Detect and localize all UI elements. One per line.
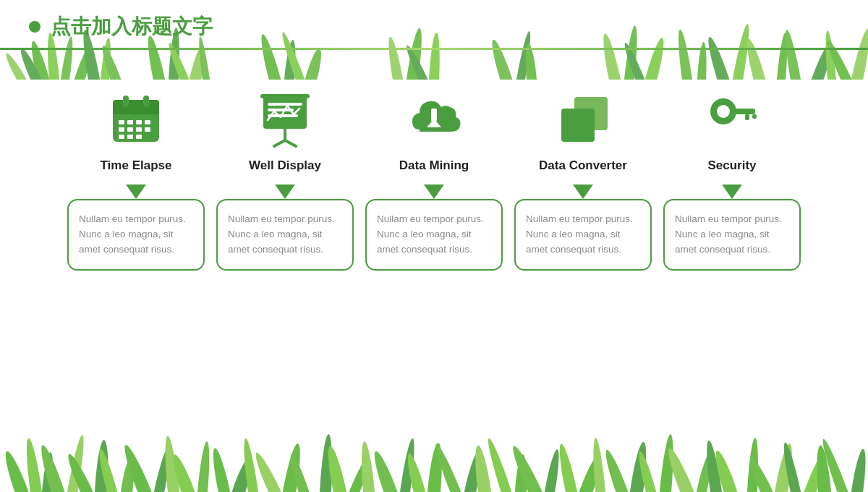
svg-rect-45 xyxy=(119,120,124,124)
column-well-display: Well Display Nullam eu tempor purus. Nun… xyxy=(216,86,354,271)
well-display-arrow xyxy=(275,184,295,199)
svg-rect-48 xyxy=(145,120,150,124)
cloud-download-icon xyxy=(401,86,467,151)
data-mining-arrow xyxy=(424,184,444,199)
well-display-label: Well Display xyxy=(249,158,321,173)
column-data-mining: Data Mining Nullam eu tempor purus. Nunc… xyxy=(365,86,503,271)
time-elapse-arrow xyxy=(126,184,146,199)
security-desc: Nullam eu tempor purus. Nunc a leo magna… xyxy=(663,199,801,271)
layers-icon xyxy=(550,86,616,151)
time-elapse-label: Time Elapse xyxy=(101,158,172,173)
svg-line-61 xyxy=(274,140,285,146)
column-time-elapse: Time Elapse Nullam eu tempor purus. Nunc… xyxy=(67,86,205,271)
svg-line-62 xyxy=(285,140,296,146)
header-dot xyxy=(29,21,41,33)
svg-point-107 xyxy=(537,449,563,492)
data-mining-desc: Nullam eu tempor purus. Nunc a leo magna… xyxy=(365,199,503,271)
column-security: Security Nullam eu tempor purus. Nunc a … xyxy=(663,86,801,271)
svg-rect-44 xyxy=(143,96,149,107)
svg-rect-72 xyxy=(752,114,757,119)
key-icon xyxy=(699,86,765,151)
grass-bottom-decoration xyxy=(0,405,868,492)
page-title[interactable]: 点击加入标题文字 xyxy=(51,13,213,41)
svg-point-86 xyxy=(193,441,212,492)
svg-rect-63 xyxy=(260,94,310,98)
data-converter-arrow xyxy=(573,184,593,199)
time-elapse-desc: Nullam eu tempor purus. Nunc a leo magna… xyxy=(67,199,205,271)
main-content: Time Elapse Nullam eu tempor purus. Nunc… xyxy=(0,50,868,278)
svg-rect-43 xyxy=(123,96,129,107)
security-label: Security xyxy=(707,158,756,173)
security-arrow xyxy=(722,184,742,199)
header: 点击加入标题文字 xyxy=(0,0,868,45)
svg-point-126 xyxy=(846,448,868,492)
svg-rect-51 xyxy=(136,127,142,132)
data-converter-label: Data Converter xyxy=(539,158,627,173)
svg-rect-50 xyxy=(127,127,133,132)
svg-rect-53 xyxy=(119,135,124,139)
svg-rect-67 xyxy=(561,109,595,142)
svg-rect-65 xyxy=(431,109,437,122)
well-display-desc: Nullam eu tempor purus. Nunc a leo magna… xyxy=(216,199,354,271)
data-converter-desc: Nullam eu tempor purus. Nunc a leo magna… xyxy=(514,199,652,271)
presentation-icon xyxy=(252,86,318,151)
svg-rect-56 xyxy=(263,96,307,129)
svg-point-69 xyxy=(717,105,730,118)
svg-rect-54 xyxy=(127,135,133,139)
svg-rect-70 xyxy=(732,109,755,114)
svg-rect-52 xyxy=(145,127,150,132)
svg-rect-46 xyxy=(127,120,133,124)
calendar-icon xyxy=(103,86,169,151)
svg-rect-42 xyxy=(113,109,159,114)
column-data-converter: Data Converter Nullam eu tempor purus. N… xyxy=(514,86,652,271)
data-mining-label: Data Mining xyxy=(399,158,469,173)
svg-rect-49 xyxy=(119,127,124,132)
svg-rect-57 xyxy=(268,103,302,106)
svg-rect-55 xyxy=(136,135,142,139)
svg-rect-71 xyxy=(745,114,749,120)
svg-rect-47 xyxy=(136,120,142,124)
